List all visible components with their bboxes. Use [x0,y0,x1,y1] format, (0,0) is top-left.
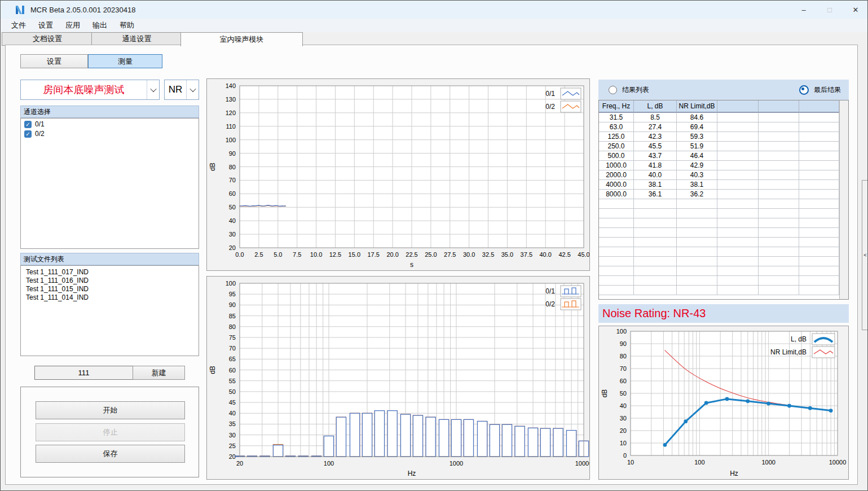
tab-document-settings[interactable]: 文档设置 [2,32,93,46]
minimize-button[interactable]: – [791,1,817,19]
svg-text:0/2: 0/2 [545,103,555,111]
table-row[interactable] [599,257,839,266]
table-cell [634,286,677,295]
channel-item[interactable]: ✓0/1 [21,119,199,128]
channel-item[interactable]: ✓0/2 [21,128,199,138]
table-cell [717,142,759,151]
nr-standard-combo[interactable]: NR [164,80,199,100]
svg-text:27.5: 27.5 [444,251,456,258]
test-file-item[interactable]: Test 1_111_016_IND [21,276,199,284]
table-cell [634,199,677,209]
test-file-item[interactable]: Test 1_111_014_IND [21,293,199,301]
last-result-radio[interactable] [799,85,809,95]
table-row[interactable]: 2000.040.040.3 [599,170,839,180]
new-button[interactable]: 新建 [133,366,185,380]
svg-text:90: 90 [229,301,236,308]
table-cell [717,276,759,286]
start-button[interactable]: 开始 [36,401,185,419]
table-cell [634,238,677,247]
panel-collapse-button[interactable]: < [862,180,868,330]
table-cell: 40.3 [677,170,717,180]
table-header-cell: Freq., Hz [599,100,634,113]
table-row[interactable]: 63.027.469.4 [599,122,839,132]
test-type-combo-arrow[interactable] [147,80,159,99]
menu-item-help[interactable]: 帮助 [113,19,140,32]
table-cell [599,209,634,218]
table-row[interactable]: 8000.036.136.2 [599,190,839,199]
table-cell [759,190,799,199]
subtab-settings[interactable]: 设置 [20,54,88,68]
svg-text:35.0: 35.0 [501,251,513,258]
table-row[interactable] [599,247,839,257]
table-cell [717,180,759,190]
svg-text:100: 100 [694,459,704,466]
table-row[interactable] [599,228,839,238]
svg-text:10000: 10000 [575,460,589,467]
save-button[interactable]: 保存 [36,445,185,463]
table-row[interactable] [599,199,839,209]
table-row[interactable] [599,286,839,295]
table-cell: 46.4 [677,151,717,161]
time-history-chart: 20304050607080901001101201301400.02.55.0… [207,79,589,270]
table-row[interactable] [599,276,839,286]
table-cell: 45.5 [634,142,677,151]
test-file-item[interactable]: Test 1_111_017_IND [21,268,199,276]
nr-combo-arrow[interactable] [186,80,199,99]
svg-text:Hz: Hz [408,470,416,477]
tab-indoor-noise-module[interactable]: 室内噪声模块 [180,32,303,46]
menu-bar: 文件 设置 应用 输出 帮助 [1,19,868,32]
table-row[interactable] [599,218,839,228]
menu-item-file[interactable]: 文件 [5,19,32,32]
table-scrollbar[interactable] [839,100,849,300]
svg-text:10: 10 [627,459,634,466]
menu-item-settings[interactable]: 设置 [32,19,59,32]
result-list-radio[interactable] [609,86,617,94]
table-cell [599,276,634,286]
table-cell [634,247,677,257]
svg-text:20: 20 [229,244,236,251]
tab-channel-settings[interactable]: 通道设置 [91,32,182,46]
table-row[interactable] [599,238,839,247]
table-cell [799,161,839,170]
menu-item-output[interactable]: 输出 [86,19,113,32]
svg-text:45.0: 45.0 [578,251,589,258]
table-cell [677,228,717,238]
table-row[interactable] [599,209,839,218]
subtab-measure[interactable]: 测量 [88,54,162,68]
svg-text:50: 50 [229,204,236,211]
table-cell [799,247,839,257]
nr-combo-value: NR [165,80,186,99]
table-row[interactable] [599,266,839,276]
test-file-item[interactable]: Test 1_111_015_IND [21,284,199,293]
table-cell [634,266,677,276]
close-button[interactable]: ✕ [843,1,868,19]
channel-checkbox[interactable]: ✓ [24,121,32,128]
table-cell [599,238,634,247]
svg-text:80: 80 [229,323,236,330]
table-cell [677,266,717,276]
table-cell [759,132,799,142]
table-row[interactable]: 250.045.551.9 [599,142,839,151]
table-cell [759,228,799,238]
svg-text:30: 30 [229,432,236,439]
table-row[interactable]: 31.58.584.6 [599,113,839,122]
table-cell: 8000.0 [599,190,634,199]
test-name-input[interactable] [34,366,133,380]
channel-list: ✓0/1✓0/2 [20,118,199,249]
table-cell [799,180,839,190]
table-cell [677,218,717,228]
table-cell [799,209,839,218]
svg-text:60: 60 [620,378,627,384]
channel-checkbox[interactable]: ✓ [24,130,32,138]
svg-text:10000: 10000 [829,459,847,466]
menu-item-application[interactable]: 应用 [59,19,86,32]
svg-text:0.0: 0.0 [235,251,244,258]
table-row[interactable]: 125.042.359.3 [599,132,839,142]
table-cell [799,199,839,209]
table-cell [759,257,799,266]
table-row[interactable]: 1000.041.842.9 [599,161,839,170]
maximize-button[interactable]: □ [817,1,843,19]
table-row[interactable]: 500.043.746.4 [599,151,839,161]
table-row[interactable]: 4000.038.138.1 [599,180,839,190]
test-type-combo[interactable]: 房间本底噪声测试 [20,80,160,100]
